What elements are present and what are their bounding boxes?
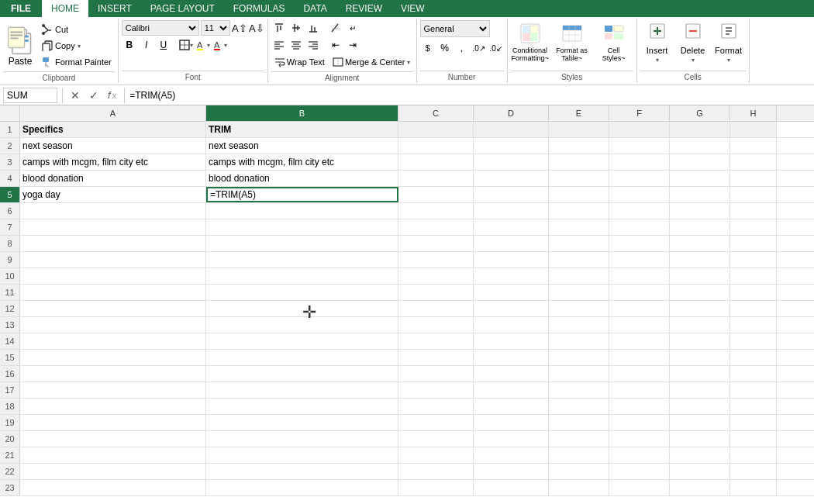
cell[interactable] [730,154,777,170]
cell[interactable]: TRIM [206,122,398,137]
cell[interactable] [609,252,670,268]
row-number[interactable]: 15 [0,350,20,365]
underline-button[interactable]: U [156,37,171,53]
cell[interactable] [670,333,730,349]
accounting-format-button[interactable]: $ [420,40,436,56]
cell[interactable] [730,447,777,463]
cell[interactable] [670,236,730,251]
cell[interactable] [730,187,777,202]
cell[interactable] [206,252,398,268]
cell[interactable] [398,366,474,381]
cell[interactable] [474,480,549,495]
row-number[interactable]: 11 [0,285,20,300]
cell[interactable]: next season [20,138,206,154]
cell[interactable] [609,203,670,219]
cell[interactable] [20,301,206,316]
cell[interactable] [730,236,777,251]
cell[interactable] [609,366,670,381]
row-number[interactable]: 3 [0,154,20,170]
cell[interactable] [474,187,549,202]
cell[interactable] [20,366,206,381]
cell[interactable] [206,447,398,463]
cell[interactable] [474,350,549,365]
cell[interactable] [398,187,474,202]
row-number[interactable]: 9 [0,252,20,268]
cell[interactable] [670,138,730,154]
cell[interactable] [609,399,670,414]
align-left-button[interactable] [271,37,287,53]
cell[interactable]: next season [206,138,398,154]
row-number[interactable]: 13 [0,317,20,333]
cell[interactable] [670,187,730,202]
row-number[interactable]: 23 [0,480,20,495]
cell-input[interactable] [210,189,395,200]
cell[interactable] [730,350,777,365]
cell[interactable] [398,415,474,430]
cell[interactable] [670,399,730,414]
row-number[interactable]: 8 [0,236,20,251]
cell[interactable] [609,447,670,463]
cell[interactable] [398,350,474,365]
cell[interactable] [20,333,206,349]
cell[interactable] [206,464,398,479]
cell[interactable] [474,382,549,398]
cell[interactable] [670,447,730,463]
cell[interactable] [549,122,609,137]
cell[interactable] [609,382,670,398]
row-number[interactable]: 4 [0,171,20,186]
cell[interactable] [609,464,670,479]
conditional-formatting-button[interactable]: ConditionalFormatting~ [511,20,550,65]
wrap-text-button[interactable]: Wrap Text [271,54,328,70]
cell[interactable] [206,268,398,284]
row-number[interactable]: 20 [0,431,20,447]
cell[interactable] [549,415,609,430]
cell[interactable] [730,268,777,284]
format-painter-button[interactable]: Format Painter [39,54,115,70]
cell[interactable] [549,317,609,333]
cell[interactable] [398,203,474,219]
cell[interactable] [549,203,609,219]
cell[interactable] [206,317,398,333]
tab-home[interactable]: HOME [42,0,88,17]
cell[interactable] [549,187,609,202]
cut-button[interactable]: Cut [39,22,115,37]
cell[interactable] [549,431,609,447]
cell[interactable] [670,285,730,300]
cell[interactable] [398,399,474,414]
col-header-d[interactable]: D [474,105,549,121]
cell[interactable] [609,138,670,154]
cell[interactable] [206,382,398,398]
cell[interactable] [398,122,474,137]
cell[interactable] [549,382,609,398]
cell[interactable] [206,399,398,414]
cell[interactable] [474,138,549,154]
cell[interactable] [20,447,206,463]
cell[interactable] [670,464,730,479]
cell[interactable] [549,236,609,251]
cell[interactable] [474,252,549,268]
copy-button[interactable]: Copy ▾ [39,38,115,54]
cell[interactable] [730,219,777,235]
cell[interactable] [474,431,549,447]
cell[interactable] [609,268,670,284]
align-center-button[interactable] [288,37,304,53]
row-number[interactable]: 10 [0,268,20,284]
insert-cell-button[interactable]: Insert ▾ [640,20,674,65]
col-header-c[interactable]: C [398,105,474,121]
col-header-f[interactable]: F [609,105,670,121]
cell[interactable] [549,350,609,365]
cell[interactable] [474,366,549,381]
number-format-select[interactable]: General [420,20,490,37]
cell[interactable] [20,219,206,235]
cell[interactable] [730,480,777,495]
cell[interactable] [670,252,730,268]
cell[interactable]: Specifics [20,122,206,137]
bold-button[interactable]: B [122,37,137,53]
cell[interactable] [398,333,474,349]
cell[interactable] [549,268,609,284]
percent-button[interactable]: % [437,40,453,56]
cell[interactable] [398,447,474,463]
cell[interactable] [730,431,777,447]
cell[interactable] [206,187,398,202]
cell[interactable] [730,415,777,430]
